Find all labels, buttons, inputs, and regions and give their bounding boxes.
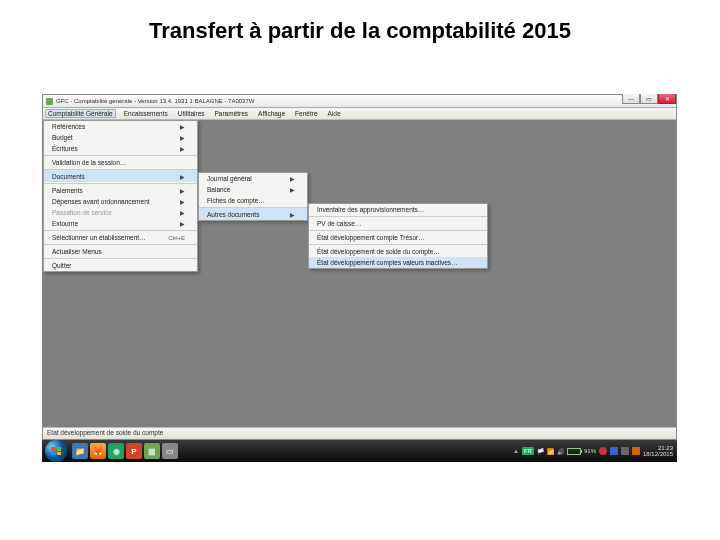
menu-item-budget[interactable]: Budget▶ — [44, 132, 197, 143]
powerpoint-icon[interactable]: P — [126, 443, 142, 459]
menu-item-validation[interactable]: Validation de la session… — [44, 155, 197, 168]
minimize-button[interactable]: — — [622, 94, 640, 104]
menu-item-references[interactable]: Références▶ — [44, 121, 197, 132]
app-icon — [46, 98, 53, 105]
menu-item-depenses[interactable]: Dépenses avant ordonnancement▶ — [44, 196, 197, 207]
subsub-pv[interactable]: PV de caisse… — [309, 216, 487, 229]
menu-encaissements[interactable]: Encaissements — [122, 110, 170, 117]
chevron-right-icon: ▶ — [290, 186, 295, 193]
menu-affichage[interactable]: Affichage — [256, 110, 287, 117]
battery-pct: 91% — [584, 448, 596, 454]
menu-parametres[interactable]: Paramètres — [213, 110, 251, 117]
menu-item-extourne[interactable]: Extourne▶ — [44, 218, 197, 229]
explorer-icon[interactable]: 📁 — [72, 443, 88, 459]
volume-icon[interactable]: 🔊 — [557, 448, 564, 455]
start-button[interactable] — [45, 440, 67, 462]
flag-icon[interactable]: 🏳️ — [537, 448, 544, 455]
menu-fenetre[interactable]: Fenêtre — [293, 110, 319, 117]
tray-misc-1[interactable] — [599, 447, 607, 455]
content-area: Références▶ Budget▶ Écritures▶ Validatio… — [43, 120, 676, 427]
chevron-right-icon: ▶ — [180, 198, 185, 205]
chevron-right-icon: ▶ — [180, 123, 185, 130]
system-tray: ▲ FR 🏳️ 📶 🔊 91% 21:23 18/12/2015 — [513, 445, 677, 457]
submenu-autres[interactable]: Autres documents▶ — [199, 207, 307, 220]
window-titlebar: GFC - Comptabilité générale - Version 13… — [43, 95, 676, 108]
submenu-journal[interactable]: Journal général▶ — [199, 173, 307, 184]
chevron-right-icon: ▶ — [180, 209, 185, 216]
subsub-solde[interactable]: État développement de solde du compte… — [309, 244, 487, 257]
clock[interactable]: 21:23 18/12/2015 — [643, 445, 673, 457]
menu-item-documents[interactable]: Documents▶ — [44, 169, 197, 182]
close-button[interactable]: ✕ — [658, 94, 676, 104]
menu-comptabilite[interactable]: Comptabilité Générale — [45, 109, 116, 118]
language-indicator[interactable]: FR — [522, 447, 534, 455]
tray-misc-3[interactable] — [621, 447, 629, 455]
show-hidden-icon[interactable]: ▲ — [513, 448, 519, 454]
maximize-button[interactable]: ▭ — [640, 94, 658, 104]
menu-item-paiements[interactable]: Paiements▶ — [44, 183, 197, 196]
chevron-right-icon: ▶ — [290, 175, 295, 182]
app-window: GFC - Comptabilité générale - Version 13… — [42, 94, 677, 440]
menu-item-passation: Passation de service▶ — [44, 207, 197, 218]
chevron-right-icon: ▶ — [180, 134, 185, 141]
tray-misc-4[interactable] — [632, 447, 640, 455]
chevron-right-icon: ▶ — [180, 173, 185, 180]
menu-utilitaires[interactable]: Utilitaires — [176, 110, 207, 117]
dropdown-documents: Journal général▶ Balance▶ Fiches de comp… — [198, 172, 308, 221]
menu-item-quitter[interactable]: Quitter — [44, 258, 197, 271]
slide-title: Transfert à partir de la comptabilité 20… — [0, 0, 720, 54]
chevron-right-icon: ▶ — [290, 211, 295, 218]
menu-aide[interactable]: Aide — [326, 110, 343, 117]
chrome-icon[interactable]: ◉ — [108, 443, 124, 459]
statusbar: Etat développement de solde du compte — [43, 427, 676, 439]
network-icon[interactable]: 📶 — [547, 448, 554, 455]
gfc-app-icon[interactable]: ▦ — [144, 443, 160, 459]
chevron-right-icon: ▶ — [180, 220, 185, 227]
dropdown-autres: Inventaire des approvisionnements… PV de… — [308, 203, 488, 269]
taskbar: 📁 🦊 ◉ P ▦ ▭ ▲ FR 🏳️ 📶 🔊 91% 21:23 18/12/… — [42, 440, 677, 462]
menu-item-ecritures[interactable]: Écritures▶ — [44, 143, 197, 154]
subsub-inventaire[interactable]: Inventaire des approvisionnements… — [309, 204, 487, 215]
menu-item-actualiser[interactable]: Actualiser Menus — [44, 244, 197, 257]
subsub-valeurs[interactable]: État développement comptes valeurs inact… — [309, 257, 487, 268]
battery-icon[interactable] — [567, 448, 581, 455]
tray-misc-2[interactable] — [610, 447, 618, 455]
menubar: Comptabilité Générale Encaissements Util… — [43, 108, 676, 120]
notepad-icon[interactable]: ▭ — [162, 443, 178, 459]
chevron-right-icon: ▶ — [180, 145, 185, 152]
subsub-tresor[interactable]: État développement compte Trésor… — [309, 230, 487, 243]
dropdown-main: Références▶ Budget▶ Écritures▶ Validatio… — [43, 120, 198, 272]
submenu-balance[interactable]: Balance▶ — [199, 184, 307, 195]
firefox-icon[interactable]: 🦊 — [90, 443, 106, 459]
windows-logo-icon — [51, 447, 61, 455]
submenu-fiches[interactable]: Fiches de compte… — [199, 195, 307, 206]
menu-item-selectionner[interactable]: Sélectionner un établissement…Ctrl+E — [44, 230, 197, 243]
chevron-right-icon: ▶ — [180, 187, 185, 194]
pinned-apps: 📁 🦊 ◉ P ▦ ▭ — [72, 443, 178, 459]
window-title: GFC - Comptabilité générale - Version 13… — [56, 98, 254, 104]
